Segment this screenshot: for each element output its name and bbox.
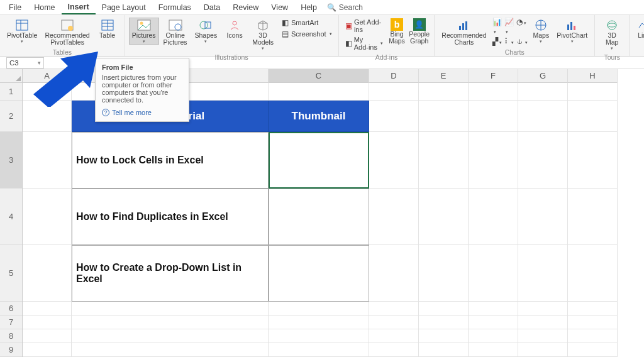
cell-a9[interactable]	[23, 343, 72, 357]
cell-b9[interactable]	[72, 343, 269, 357]
cell-c3[interactable]	[269, 132, 369, 189]
cell-d3[interactable]	[369, 132, 419, 189]
people-graph-button[interactable]: 👤 People Graph	[408, 18, 430, 45]
cell-b4[interactable]: How to Find Duplicates in Excel	[72, 189, 269, 245]
online-pictures-button[interactable]: Online Pictures	[160, 18, 191, 47]
cell-c5[interactable]	[269, 245, 369, 302]
row-header-7[interactable]: 7	[0, 315, 22, 329]
cell-g8[interactable]	[518, 329, 568, 343]
tab-insert[interactable]: Insert	[62, 0, 96, 14]
pivottable-button[interactable]: PivotTable▾	[4, 18, 40, 45]
cell-d6[interactable]	[369, 302, 419, 315]
cell-g3[interactable]	[518, 132, 568, 189]
tooltip-tell-me-more[interactable]: ? Tell me more	[102, 109, 182, 116]
chart-area-icon[interactable]: ▞▾	[492, 37, 504, 46]
cell-e2[interactable]	[419, 101, 469, 132]
cell-b3[interactable]: How to Lock Cells in Excel	[72, 132, 269, 189]
search-box[interactable]: 🔍 Search	[327, 3, 363, 12]
table-button[interactable]: Table	[94, 18, 121, 40]
cell-a7[interactable]	[23, 315, 72, 329]
3d-map-button[interactable]: 3D Map▾	[599, 18, 625, 52]
cell-e8[interactable]	[419, 329, 469, 343]
cell-a4[interactable]	[23, 189, 72, 245]
row-header-8[interactable]: 8	[0, 329, 22, 343]
maps-button[interactable]: Maps▾	[530, 18, 553, 45]
cell-h4[interactable]	[568, 189, 618, 245]
cell-f6[interactable]	[469, 302, 518, 315]
tab-home[interactable]: Home	[28, 0, 61, 14]
cell-c6[interactable]	[269, 302, 369, 315]
cell-b8[interactable]	[72, 329, 269, 343]
cell-f4[interactable]	[469, 189, 518, 245]
cell-g1[interactable]	[518, 83, 568, 101]
cell-c2[interactable]: Thumbnail	[269, 101, 369, 132]
col-header-g[interactable]: G	[518, 69, 568, 83]
cell-a6[interactable]	[23, 302, 72, 315]
cell-h3[interactable]	[568, 132, 618, 189]
cell-h5[interactable]	[568, 245, 618, 302]
cell-f5[interactable]	[469, 245, 518, 302]
tab-review[interactable]: Review	[226, 0, 265, 14]
cell-e4[interactable]	[419, 189, 469, 245]
chart-bar-icon[interactable]: 📊▾	[492, 18, 504, 35]
tab-help[interactable]: Help	[294, 0, 323, 14]
recommended-charts-button[interactable]: Recommended Charts	[438, 18, 489, 47]
cell-d8[interactable]	[369, 329, 419, 343]
chart-pie-icon[interactable]: ◔▾	[516, 18, 528, 35]
row-header-5[interactable]: 5	[0, 245, 22, 302]
my-addins-button[interactable]: ◧My Add-ins▾	[343, 35, 386, 52]
cell-h6[interactable]	[568, 302, 618, 315]
cell-e1[interactable]	[419, 83, 469, 101]
cell-a5[interactable]	[23, 245, 72, 302]
cell-g6[interactable]	[518, 302, 568, 315]
cell-e5[interactable]	[419, 245, 469, 302]
cell-d7[interactable]	[369, 315, 419, 329]
screenshot-button[interactable]: ▤Screenshot▾	[278, 29, 335, 39]
row-header-3[interactable]: 3	[0, 132, 22, 189]
cell-f1[interactable]	[469, 83, 518, 101]
cell-g2[interactable]	[518, 101, 568, 132]
sparkline-line-button[interactable]: Line	[633, 18, 644, 40]
cell-h2[interactable]	[568, 101, 618, 132]
col-header-e[interactable]: E	[419, 69, 469, 83]
cell-f8[interactable]	[469, 329, 518, 343]
cell-c1[interactable]	[269, 83, 369, 101]
tab-formulas[interactable]: Formulas	[152, 0, 197, 14]
cell-b6[interactable]	[72, 302, 269, 315]
cell-g9[interactable]	[518, 343, 568, 357]
cell-d1[interactable]	[369, 83, 419, 101]
cell-g7[interactable]	[518, 315, 568, 329]
row-header-9[interactable]: 9	[0, 343, 22, 357]
cell-g4[interactable]	[518, 189, 568, 245]
cell-f9[interactable]	[469, 343, 518, 357]
get-addins-button[interactable]: ▣Get Add-ins	[343, 18, 386, 34]
icons-button[interactable]: Icons	[221, 18, 248, 40]
cell-d4[interactable]	[369, 189, 419, 245]
cell-c7[interactable]	[269, 315, 369, 329]
cell-e7[interactable]	[419, 315, 469, 329]
cell-a8[interactable]	[23, 329, 72, 343]
cell-h7[interactable]	[568, 315, 618, 329]
cell-h8[interactable]	[568, 329, 618, 343]
bing-maps-button[interactable]: b Bing Maps	[387, 18, 407, 45]
smartart-button[interactable]: ◧SmartArt	[278, 18, 335, 28]
select-all-triangle[interactable]	[0, 69, 23, 83]
cell-d9[interactable]	[369, 343, 419, 357]
cell-b5[interactable]: How to Create a Drop-Down List in Excel	[72, 245, 269, 302]
pivotchart-button[interactable]: PivotChart▾	[553, 18, 591, 45]
cell-e9[interactable]	[419, 343, 469, 357]
cell-a3[interactable]	[23, 132, 72, 189]
col-header-c[interactable]: C	[269, 69, 369, 83]
cell-c4[interactable]	[269, 189, 369, 245]
cell-b7[interactable]	[72, 315, 269, 329]
col-header-f[interactable]: F	[469, 69, 518, 83]
cell-e6[interactable]	[419, 302, 469, 315]
cell-c9[interactable]	[269, 343, 369, 357]
chart-line-icon[interactable]: 📈▾	[504, 18, 516, 35]
row-header-1[interactable]: 1	[0, 83, 22, 101]
tab-pagelayout[interactable]: Page Layout	[96, 0, 152, 14]
cell-h9[interactable]	[568, 343, 618, 357]
chart-combo-icon[interactable]: ⫝▾	[516, 37, 528, 46]
col-header-d[interactable]: D	[369, 69, 419, 83]
cell-g5[interactable]	[518, 245, 568, 302]
